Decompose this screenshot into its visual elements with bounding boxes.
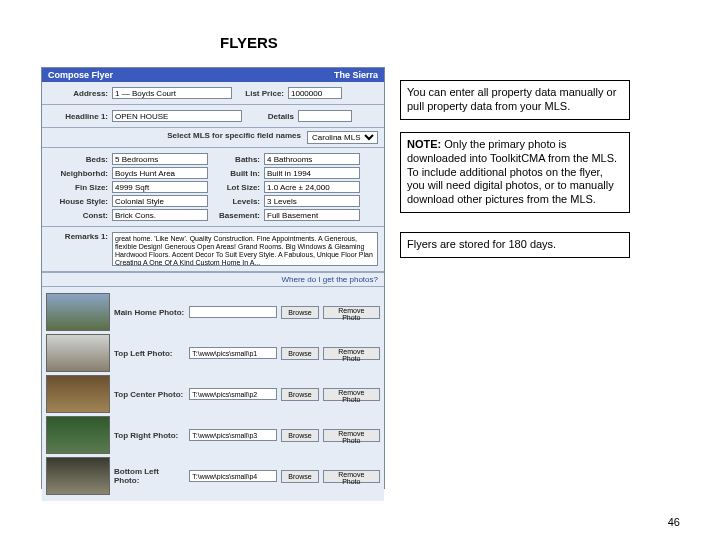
browse-button[interactable]: Browse xyxy=(281,347,318,360)
note-label: NOTE: xyxy=(407,138,441,150)
field-input[interactable] xyxy=(264,209,360,221)
field-input[interactable] xyxy=(112,181,208,193)
info-box-1: You can enter all property data manually… xyxy=(400,80,630,120)
property-fields-section: Beds: Baths: Neighborhd: Built In: Fin S… xyxy=(42,148,384,227)
details-input[interactable] xyxy=(298,110,352,122)
titlebar-left: Compose Flyer xyxy=(48,70,113,80)
photo-thumbnail xyxy=(46,457,110,495)
browse-button[interactable]: Browse xyxy=(281,429,318,442)
info-box-2: NOTE: Only the primary photo is download… xyxy=(400,132,630,213)
field-label: Baths: xyxy=(212,155,260,164)
field-label: Neighborhd: xyxy=(48,169,108,178)
photo-row: Top Center Photo: Browse Remove Photo xyxy=(46,375,380,413)
photo-path-input[interactable] xyxy=(189,429,277,441)
field-input[interactable] xyxy=(264,195,360,207)
photo-thumbnail xyxy=(46,334,110,372)
photo-label: Top Center Photo: xyxy=(114,390,185,399)
field-input[interactable] xyxy=(112,167,208,179)
field-label: Lot Size: xyxy=(212,183,260,192)
window-titlebar: Compose Flyer The Sierra xyxy=(42,68,384,82)
field-label: Levels: xyxy=(212,197,260,206)
browse-button[interactable]: Browse xyxy=(281,470,318,483)
photo-row: Bottom Left Photo: Browse Remove Photo xyxy=(46,457,380,495)
remove-photo-button[interactable]: Remove Photo xyxy=(323,429,380,442)
remove-photo-button[interactable]: Remove Photo xyxy=(323,347,380,360)
remarks-label: Remarks 1: xyxy=(48,232,108,241)
info-box-3: Flyers are stored for 180 days. xyxy=(400,232,630,258)
headline-section: Headline 1: Details xyxy=(42,105,384,128)
headline-label: Headline 1: xyxy=(48,112,108,121)
photo-thumbnail xyxy=(46,416,110,454)
field-input[interactable] xyxy=(264,181,360,193)
photo-label: Bottom Left Photo: xyxy=(114,467,185,485)
photo-path-input[interactable] xyxy=(189,388,277,400)
photo-path-input[interactable] xyxy=(189,470,277,482)
field-input[interactable] xyxy=(112,153,208,165)
field-label: Fin Size: xyxy=(48,183,108,192)
remove-photo-button[interactable]: Remove Photo xyxy=(323,388,380,401)
photo-thumbnail xyxy=(46,293,110,331)
browse-button[interactable]: Browse xyxy=(281,388,318,401)
listprice-label: List Price: xyxy=(236,89,284,98)
photo-thumbnail xyxy=(46,375,110,413)
details-label: Details xyxy=(246,112,294,121)
mls-select[interactable]: Carolina MLS xyxy=(307,131,378,144)
remove-photo-button[interactable]: Remove Photo xyxy=(323,470,380,483)
address-label: Address: xyxy=(48,89,108,98)
field-input[interactable] xyxy=(264,167,360,179)
mls-prompt-label: Select MLS for specific field names xyxy=(167,131,301,144)
section-heading: FLYERS xyxy=(220,34,278,51)
field-label: Basement: xyxy=(212,211,260,220)
field-label: Built In: xyxy=(212,169,260,178)
photo-row: Main Home Photo: Browse Remove Photo xyxy=(46,293,380,331)
photo-path-input[interactable] xyxy=(189,347,277,359)
photo-prompt-link[interactable]: Where do I get the photos? xyxy=(42,272,384,287)
titlebar-right: The Sierra xyxy=(334,70,378,80)
page-number: 46 xyxy=(668,516,680,528)
photo-label: Top Left Photo: xyxy=(114,349,185,358)
remarks-textarea[interactable]: great home. 'Like New'. Quality Construc… xyxy=(112,232,378,266)
photo-row: Top Right Photo: Browse Remove Photo xyxy=(46,416,380,454)
photo-path-input[interactable] xyxy=(189,306,277,318)
photos-section: Main Home Photo: Browse Remove Photo Top… xyxy=(42,287,384,501)
address-section: Address: List Price: xyxy=(42,82,384,105)
photo-row: Top Left Photo: Browse Remove Photo xyxy=(46,334,380,372)
field-label: House Style: xyxy=(48,197,108,206)
address-input[interactable] xyxy=(112,87,232,99)
remarks-section: Remarks 1: great home. 'Like New'. Quali… xyxy=(42,227,384,272)
headline-input[interactable] xyxy=(112,110,242,122)
photo-label: Main Home Photo: xyxy=(114,308,185,317)
field-input[interactable] xyxy=(112,195,208,207)
field-label: Const: xyxy=(48,211,108,220)
listprice-input[interactable] xyxy=(288,87,342,99)
mls-select-row: Select MLS for specific field names Caro… xyxy=(42,128,384,148)
remove-photo-button[interactable]: Remove Photo xyxy=(323,306,380,319)
field-label: Beds: xyxy=(48,155,108,164)
photo-label: Top Right Photo: xyxy=(114,431,185,440)
field-input[interactable] xyxy=(112,209,208,221)
flyer-app-screenshot: Compose Flyer The Sierra Address: List P… xyxy=(41,67,385,489)
browse-button[interactable]: Browse xyxy=(281,306,318,319)
field-input[interactable] xyxy=(264,153,360,165)
